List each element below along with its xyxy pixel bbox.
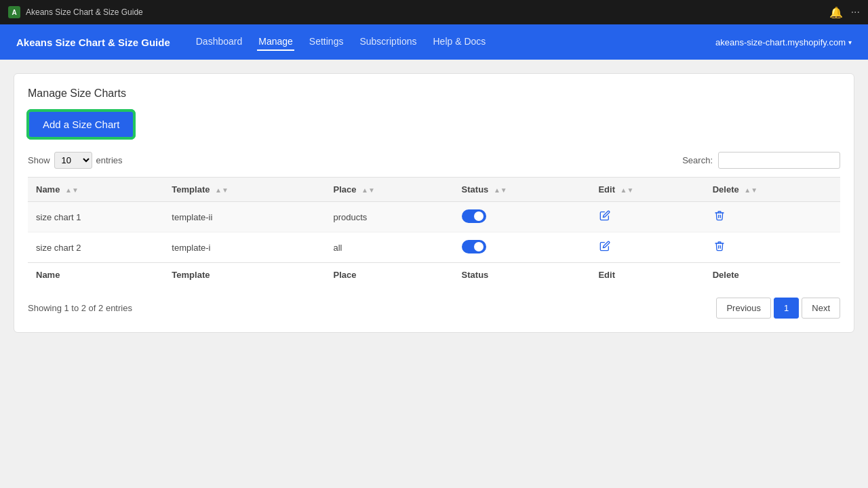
- col-header-status[interactable]: Status ▲▼: [454, 178, 591, 202]
- app-icon: A: [8, 6, 20, 18]
- more-icon[interactable]: ···: [851, 6, 860, 18]
- pagination-info: Showing 1 to 2 of 2 entries: [28, 303, 132, 313]
- col-header-template[interactable]: Template ▲▼: [163, 178, 325, 202]
- search-input[interactable]: [718, 152, 840, 169]
- size-charts-table: Name ▲▼ Template ▲▼ Place ▲▼ Status ▲▼: [28, 177, 840, 287]
- footer-name: Name: [28, 263, 163, 287]
- add-size-chart-button[interactable]: Add a Size Chart: [28, 110, 134, 138]
- search-label: Search:: [682, 155, 713, 165]
- delete-button-1[interactable]: [713, 239, 726, 256]
- sort-icon-name: ▲▼: [65, 186, 79, 194]
- footer-delete: Delete: [705, 263, 840, 287]
- footer-edit: Edit: [590, 263, 704, 287]
- title-bar: A Akeans Size Chart & Size Guide 🔔 ···: [0, 0, 868, 24]
- navbar-store[interactable]: akeans-size-chart.myshopify.com ▾: [715, 37, 852, 47]
- pagination-row: Showing 1 to 2 of 2 entries Previous 1 N…: [28, 298, 840, 319]
- table-header-row: Name ▲▼ Template ▲▼ Place ▲▼ Status ▲▼: [28, 178, 840, 202]
- manage-card: Manage Size Charts Add a Size Chart Show…: [14, 73, 854, 333]
- store-url: akeans-size-chart.myshopify.com: [715, 37, 846, 47]
- status-toggle-1[interactable]: [462, 240, 486, 253]
- footer-place: Place: [325, 263, 453, 287]
- nav-link-manage[interactable]: Manage: [257, 33, 294, 51]
- entries-select[interactable]: 10 25 50 100: [54, 152, 92, 169]
- title-bar-text: Akeans Size Chart & Size Guide: [26, 7, 824, 17]
- cell-template-0: template-ii: [163, 202, 325, 232]
- sort-icon-delete: ▲▼: [744, 186, 757, 194]
- sort-icon-template: ▲▼: [215, 186, 229, 194]
- show-entries: Show 10 25 50 100 entries: [28, 152, 123, 169]
- main-content: Manage Size Charts Add a Size Chart Show…: [0, 60, 868, 488]
- cell-delete-1: [705, 232, 840, 263]
- pagination-buttons: Previous 1 Next: [716, 298, 840, 319]
- table-row: size chart 2 template-i all: [28, 232, 840, 263]
- notification-icon[interactable]: 🔔: [829, 6, 843, 19]
- navbar-brand: Akeans Size Chart & Size Guide: [16, 37, 170, 48]
- cell-place-1: all: [325, 232, 453, 263]
- table-footer-row: Name Template Place Status Edit Delete: [28, 263, 840, 287]
- next-button[interactable]: Next: [802, 298, 840, 319]
- cell-name-1: size chart 2: [28, 232, 163, 263]
- cell-edit-0: [590, 202, 704, 232]
- previous-button[interactable]: Previous: [716, 298, 771, 319]
- col-header-place[interactable]: Place ▲▼: [325, 178, 453, 202]
- cell-status-0: [454, 202, 591, 232]
- sort-icon-place: ▲▼: [361, 186, 375, 194]
- col-header-delete[interactable]: Delete ▲▼: [705, 178, 840, 202]
- nav-link-help[interactable]: Help & Docs: [431, 33, 487, 51]
- sort-icon-edit: ▲▼: [620, 186, 634, 194]
- navbar-links: Dashboard Manage Settings Subscriptions …: [195, 33, 699, 51]
- nav-link-settings[interactable]: Settings: [308, 33, 345, 51]
- nav-link-dashboard[interactable]: Dashboard: [195, 33, 244, 51]
- cell-template-1: template-i: [163, 232, 325, 263]
- footer-status: Status: [454, 263, 591, 287]
- sort-icon-status: ▲▼: [494, 186, 507, 194]
- navbar: Akeans Size Chart & Size Guide Dashboard…: [0, 24, 868, 60]
- chevron-down-icon: ▾: [848, 39, 852, 46]
- table-controls: Show 10 25 50 100 entries Search:: [28, 152, 840, 169]
- status-toggle-0[interactable]: [462, 209, 486, 223]
- page-1-button[interactable]: 1: [774, 298, 799, 319]
- cell-place-0: products: [325, 202, 453, 232]
- edit-button-0[interactable]: [598, 209, 612, 225]
- cell-delete-0: [705, 202, 840, 232]
- entries-label: entries: [96, 155, 123, 165]
- search-box: Search:: [682, 152, 840, 169]
- table-row: size chart 1 template-ii products: [28, 202, 840, 232]
- footer-template: Template: [163, 263, 325, 287]
- cell-edit-1: [590, 232, 704, 263]
- cell-name-0: size chart 1: [28, 202, 163, 232]
- nav-link-subscriptions[interactable]: Subscriptions: [358, 33, 418, 51]
- cell-status-1: [454, 232, 591, 263]
- edit-button-1[interactable]: [598, 239, 612, 256]
- col-header-name[interactable]: Name ▲▼: [28, 178, 163, 202]
- show-label: Show: [28, 155, 50, 165]
- col-header-edit[interactable]: Edit ▲▼: [590, 178, 704, 202]
- delete-button-0[interactable]: [713, 209, 726, 225]
- title-bar-actions: 🔔 ···: [829, 6, 860, 19]
- card-title: Manage Size Charts: [28, 87, 840, 100]
